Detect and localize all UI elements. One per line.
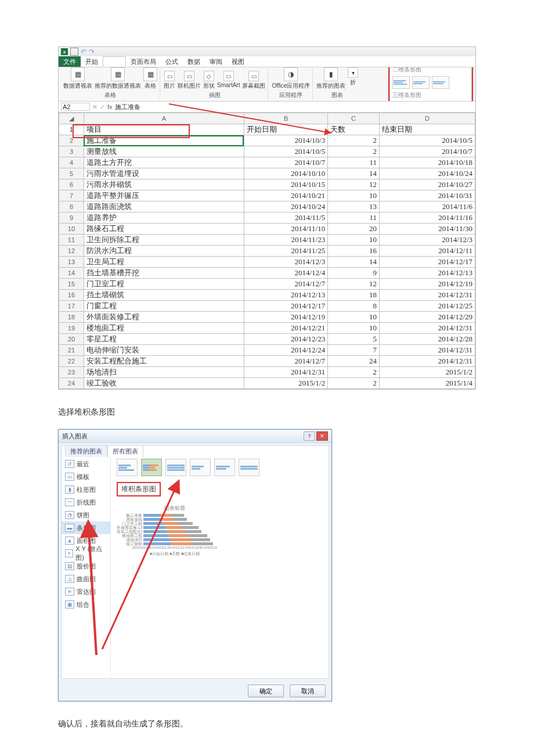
cell[interactable]: 2014/10/5 <box>379 135 475 146</box>
cell[interactable]: 2014/12/19 <box>379 279 475 290</box>
col-header-a[interactable]: A <box>84 113 244 124</box>
cell[interactable]: 2014/12/29 <box>379 312 475 323</box>
select-all-corner[interactable]: ◢ <box>59 113 84 124</box>
row-header[interactable]: 17 <box>59 301 84 312</box>
cell[interactable]: 污雨水井砌筑 <box>84 179 244 190</box>
smartart-button[interactable]: ▭SmartArt <box>217 71 240 90</box>
row-header[interactable]: 4 <box>59 157 84 168</box>
ok-button[interactable]: 确定 <box>248 685 284 697</box>
chart-type-item[interactable]: ▤股价图 <box>62 560 110 573</box>
shapes-button[interactable]: ◇形状 <box>203 71 215 90</box>
picture-button[interactable]: ▭图片 <box>164 71 175 90</box>
cell[interactable]: 11 <box>328 157 380 168</box>
cell[interactable]: 2014/12/28 <box>379 334 475 345</box>
tab-file[interactable]: 文件 <box>59 56 81 67</box>
row-header[interactable]: 16 <box>59 290 84 301</box>
cell[interactable]: 2015/1/2 <box>379 367 475 378</box>
cell[interactable]: 10 <box>328 323 380 334</box>
row-header[interactable]: 3 <box>59 146 84 157</box>
save-icon[interactable] <box>70 48 78 56</box>
cell[interactable]: 2 <box>328 378 380 389</box>
row-header[interactable]: 13 <box>59 257 84 268</box>
tab-view[interactable]: 视图 <box>227 56 249 67</box>
row-header[interactable]: 21 <box>59 345 84 356</box>
cell[interactable]: 2 <box>328 135 380 146</box>
cell[interactable]: 2014/10/24 <box>244 201 327 213</box>
cell[interactable]: 5 <box>328 334 380 345</box>
row-header[interactable]: 19 <box>59 323 84 334</box>
bar-subtype-3d-stacked[interactable] <box>214 459 235 476</box>
row-header[interactable]: 15 <box>59 279 84 290</box>
cancel-icon[interactable]: ✕ <box>92 103 98 111</box>
col-header-c[interactable]: C <box>328 113 380 124</box>
recommended-pivot-button[interactable]: ▦推荐的数据透视表 <box>95 67 141 90</box>
cell[interactable]: 10 <box>328 190 380 201</box>
bar-subtype-100stacked[interactable] <box>165 459 186 476</box>
cell[interactable]: 结束日期 <box>379 124 475 135</box>
chart-more-button[interactable]: ▾折 <box>348 67 358 90</box>
cell[interactable]: 2014/10/3 <box>244 135 327 146</box>
cell[interactable]: 2014/10/15 <box>244 179 327 190</box>
cell[interactable]: 2014/11/25 <box>244 246 327 257</box>
cell[interactable]: 2014/12/31 <box>244 367 327 378</box>
cell[interactable]: 项目 <box>84 124 244 135</box>
formula-value[interactable]: 施工准备 <box>115 103 473 111</box>
col-header-d[interactable]: D <box>379 113 475 124</box>
cell[interactable]: 道路平整并辗压 <box>84 190 244 201</box>
cell[interactable]: 7 <box>328 345 380 356</box>
help-icon[interactable]: ? <box>304 431 315 441</box>
pivot-table-button[interactable]: ▦数据透视表 <box>63 67 92 90</box>
chart-type-item[interactable]: ↺最近 <box>62 458 110 470</box>
bar-2d-thumb[interactable] <box>432 76 449 89</box>
cell[interactable]: 2014/12/31 <box>379 290 475 301</box>
chart-type-item[interactable]: ◔饼图 <box>62 509 110 521</box>
cell[interactable]: 12 <box>328 279 380 290</box>
chart-type-item[interactable]: ▭模板 <box>62 470 110 483</box>
cell[interactable]: 2014/12/13 <box>379 268 475 279</box>
cell[interactable]: 施工准备 <box>84 135 244 146</box>
cell[interactable]: 路缘石工程 <box>84 224 244 235</box>
row-header[interactable]: 24 <box>59 378 84 389</box>
cell[interactable]: 门窗工程 <box>84 301 244 312</box>
cell[interactable]: 16 <box>328 246 380 257</box>
table-button[interactable]: ▦表格 <box>143 67 157 90</box>
cell[interactable]: 2014/12/11 <box>379 246 475 257</box>
tab-data[interactable]: 数据 <box>183 56 205 67</box>
row-header[interactable]: 18 <box>59 312 84 323</box>
bar-subtype-3d-clustered[interactable] <box>190 459 211 476</box>
cell[interactable]: 测量放线 <box>84 146 244 157</box>
enter-icon[interactable]: ✓ <box>100 103 105 111</box>
tab-home[interactable]: 开始 <box>81 56 103 67</box>
cell[interactable]: 12 <box>328 179 380 190</box>
cell[interactable]: 2014/12/25 <box>379 301 475 312</box>
cell[interactable]: 2014/12/17 <box>244 301 327 312</box>
cell[interactable]: 2014/12/13 <box>244 290 327 301</box>
tab-formula[interactable]: 公式 <box>161 56 183 67</box>
chart-type-item[interactable]: ▬条形图 <box>62 521 110 534</box>
cell[interactable]: 道路养护 <box>84 213 244 224</box>
row-header[interactable]: 14 <box>59 268 84 279</box>
tab-recommended-charts[interactable]: 推荐的图表 <box>65 445 107 457</box>
cell[interactable]: 14 <box>328 168 380 179</box>
cell[interactable]: 2014/11/23 <box>244 235 327 246</box>
cell[interactable]: 8 <box>328 301 380 312</box>
cell[interactable]: 13 <box>328 201 380 213</box>
tab-review[interactable]: 审阅 <box>205 56 227 67</box>
cell[interactable]: 污雨水管道埋设 <box>84 168 244 179</box>
cell[interactable]: 2015/1/2 <box>244 378 327 389</box>
tab-layout[interactable]: 页面布局 <box>126 56 161 67</box>
bar-2d-thumb[interactable] <box>392 76 410 89</box>
cell[interactable]: 2014/10/21 <box>244 190 327 201</box>
chart-type-item[interactable]: •X Y (散点图) <box>62 547 110 560</box>
chart-type-item[interactable]: ◬曲面图 <box>62 573 110 585</box>
cell[interactable]: 2014/11/16 <box>379 213 475 224</box>
office-apps-button[interactable]: ◑Office应用程序 <box>272 67 310 90</box>
cell[interactable]: 卫生局工程 <box>84 257 244 268</box>
cell[interactable]: 2 <box>328 367 380 378</box>
cell[interactable]: 14 <box>328 257 380 268</box>
cell[interactable]: 卫生间拆除工程 <box>84 235 244 246</box>
cell[interactable]: 2014/10/24 <box>379 168 475 179</box>
cell[interactable]: 2014/11/30 <box>379 224 475 235</box>
bar-subtype-stacked[interactable] <box>141 459 162 476</box>
row-header[interactable]: 22 <box>59 356 84 367</box>
